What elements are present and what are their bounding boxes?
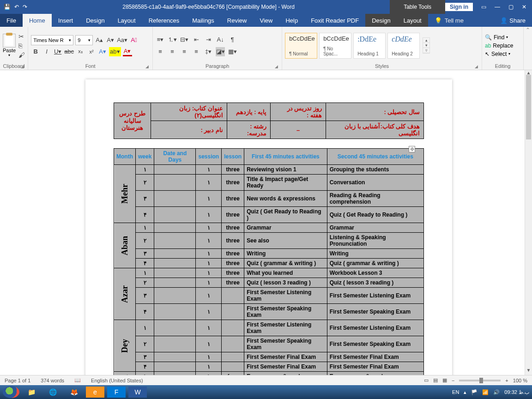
tab-table-layout[interactable]: Layout	[397, 14, 428, 27]
sort-icon[interactable]: A↓	[216, 35, 225, 44]
spell-check-icon[interactable]: 📖	[74, 377, 81, 383]
tray-lang[interactable]: EN	[452, 389, 459, 395]
table-row[interactable]: Aban۱۱threeGrammarGrammar	[114, 223, 424, 233]
word-count[interactable]: 374 words	[41, 378, 64, 383]
month-cell[interactable]: n	[114, 372, 136, 375]
tab-table-design[interactable]: Design	[365, 14, 397, 27]
cut-icon[interactable]: ✂	[18, 33, 25, 40]
maximize-icon[interactable]: ▢	[508, 4, 514, 10]
table-cell[interactable]	[154, 165, 196, 175]
multilevel-icon[interactable]: ⊟▾	[180, 35, 189, 44]
italic-button[interactable]: I	[42, 47, 51, 56]
scroll-thumb[interactable]	[526, 75, 531, 139]
align-right-icon[interactable]: ≡	[180, 47, 189, 56]
table-cell[interactable]: Workbook Lesson 3	[327, 268, 423, 278]
taskbar-firefox-icon[interactable]: 🦊	[65, 387, 83, 398]
table-cell[interactable]: three	[222, 259, 244, 268]
table-cell[interactable]: Conversation	[327, 175, 423, 191]
table-row[interactable]: ۲۱threeSee alsoListening & Speaking Pron…	[114, 233, 424, 249]
table-cell[interactable]: First Semester Listening Exam	[244, 288, 327, 304]
table-cell[interactable]	[154, 259, 196, 268]
tray-arrow-icon[interactable]: ▴	[464, 389, 466, 395]
table-cell[interactable]: What you learned	[244, 268, 327, 278]
font-name-select[interactable]: Times New R▾	[31, 35, 73, 45]
table-cell[interactable]: three	[222, 223, 244, 233]
show-marks-icon[interactable]: ¶	[228, 35, 237, 44]
tray-network-icon[interactable]: 📶	[482, 389, 489, 395]
header-cell[interactable]: –	[271, 121, 326, 139]
taskbar-app-icon[interactable]: e	[86, 387, 104, 398]
sign-in-button[interactable]: Sign in	[445, 3, 473, 11]
table-cell[interactable]: ۱	[135, 372, 154, 375]
table-cell[interactable]: ۱	[196, 175, 222, 191]
strike-button[interactable]: abc	[64, 47, 74, 56]
table-move-handle-icon[interactable]: ✥	[409, 146, 415, 152]
table-cell[interactable]	[154, 336, 196, 352]
table-cell[interactable]	[154, 223, 196, 233]
tab-mailings[interactable]: Mailings	[186, 14, 221, 27]
tab-design[interactable]: Design	[79, 14, 111, 27]
increase-indent-icon[interactable]: ⇥	[204, 35, 213, 44]
column-header[interactable]: lesson	[222, 149, 244, 165]
table-cell[interactable]: ۱	[196, 207, 222, 223]
table-cell[interactable]: First Semester Speaking Exam	[244, 336, 327, 352]
text-effects-icon[interactable]: A▾	[98, 47, 107, 56]
table-cell[interactable]: First Semester Speaking Exam	[244, 304, 327, 320]
table-cell[interactable]: First Semester Listening Exam	[327, 320, 423, 336]
column-header[interactable]: week	[135, 149, 154, 165]
table-cell[interactable]	[222, 336, 244, 352]
table-cell[interactable]: ۱	[196, 278, 222, 288]
month-cell[interactable]: Aban	[114, 223, 136, 268]
paste-button[interactable]: Paste▾	[3, 34, 16, 57]
table-cell[interactable]	[154, 320, 196, 336]
table-cell[interactable]: three	[222, 249, 244, 259]
read-mode-icon[interactable]: ▭	[424, 377, 429, 383]
minimize-icon[interactable]: —	[495, 4, 500, 10]
taskbar-foxit-icon[interactable]: F	[107, 387, 126, 398]
table-cell[interactable]: ۱	[196, 372, 222, 375]
zoom-out-icon[interactable]: −	[452, 378, 454, 383]
tab-references[interactable]: References	[142, 14, 186, 27]
table-cell[interactable]: three	[222, 165, 244, 175]
font-color-icon[interactable]: A▾	[123, 47, 132, 56]
table-cell[interactable]: Grammar	[327, 223, 423, 233]
grow-font-icon[interactable]: A▴	[95, 36, 104, 45]
table-cell[interactable]: New words & expressions	[244, 191, 327, 207]
table-cell[interactable]: three	[222, 233, 244, 249]
table-cell[interactable]: First Semester Final Exam	[327, 352, 423, 362]
tray-volume-icon[interactable]: 🔊	[493, 389, 500, 395]
table-cell[interactable]: First Semester Final Exam	[327, 362, 423, 372]
table-cell[interactable]: ۱	[196, 165, 222, 175]
font-size-select[interactable]: 9▾	[75, 35, 93, 45]
format-painter-icon[interactable]: 🖌	[18, 51, 25, 59]
column-header[interactable]: First 45 minutes activities	[244, 149, 327, 165]
subscript-button[interactable]: x₂	[76, 47, 85, 56]
table-cell[interactable]: Reviewing vision 1	[244, 165, 327, 175]
table-cell[interactable]: ۱	[196, 259, 222, 268]
table-cell[interactable]: Quiz ( grammar & writing )	[244, 259, 327, 268]
ribbon-options-icon[interactable]: ▭	[481, 4, 486, 10]
zoom-slider[interactable]	[459, 380, 501, 381]
zoom-in-icon[interactable]: +	[505, 378, 508, 383]
table-row[interactable]: ۴۱First Semester Final ExamFirst Semeste…	[114, 362, 424, 372]
table-cell[interactable]	[222, 288, 244, 304]
table-cell[interactable]: three	[222, 278, 244, 288]
tray-flag-icon[interactable]: 🏳️	[471, 389, 478, 395]
month-cell[interactable]: Mehr	[114, 165, 136, 223]
table-cell[interactable]	[154, 207, 196, 223]
header-side-cell[interactable]: طرح درس سالیانه هنرستان	[114, 103, 151, 139]
page-count[interactable]: Page 1 of 1	[5, 378, 30, 383]
collapse-ribbon-icon[interactable]: ⌃	[524, 27, 532, 70]
print-layout-icon[interactable]: ▤	[433, 377, 438, 383]
share-button[interactable]: 👤Share	[500, 14, 532, 27]
zoom-level[interactable]: 100 %	[513, 378, 527, 383]
table-cell[interactable]	[154, 268, 196, 278]
table-cell[interactable]: ۲	[135, 233, 154, 249]
superscript-button[interactable]: x²	[87, 47, 96, 56]
table-cell[interactable]	[154, 304, 196, 320]
tray-time[interactable]: ب.ظ 09:32	[504, 389, 529, 395]
table-cell[interactable]	[154, 362, 196, 372]
web-layout-icon[interactable]: ▦	[442, 377, 447, 383]
table-cell[interactable]	[154, 191, 196, 207]
borders-icon[interactable]: ▦▾	[228, 47, 237, 56]
